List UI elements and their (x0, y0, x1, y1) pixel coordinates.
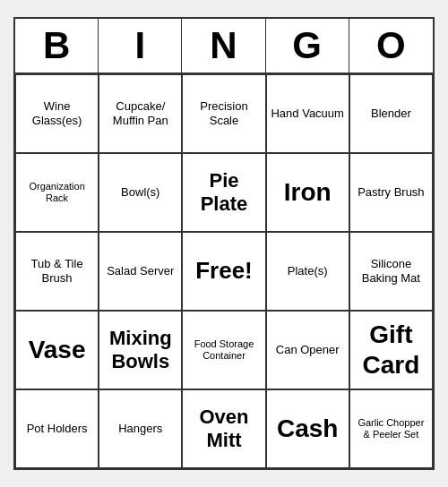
bingo-cell-10: Tub & Tile Brush (15, 232, 99, 311)
bingo-cell-5: Organization Rack (15, 153, 99, 232)
bingo-cell-4: Blender (349, 74, 433, 153)
bingo-letter-o: O (349, 19, 433, 73)
bingo-cell-8: Iron (266, 153, 349, 232)
bingo-cell-19: Gift Card (349, 311, 433, 389)
bingo-cell-15: Vase (15, 311, 99, 389)
bingo-cell-16: Mixing Bowls (99, 311, 182, 389)
bingo-cell-1: Cupcake/ Muffin Pan (99, 74, 182, 153)
bingo-card: BINGO Wine Glass(es)Cupcake/ Muffin PanP… (13, 17, 435, 470)
bingo-cell-3: Hand Vacuum (266, 74, 349, 153)
bingo-cell-20: Pot Holders (15, 389, 99, 468)
bingo-cell-21: Hangers (99, 389, 182, 468)
bingo-cell-2: Precision Scale (182, 74, 265, 153)
bingo-cell-24: Garlic Chopper & Peeler Set (349, 389, 433, 468)
bingo-cell-11: Salad Server (99, 232, 182, 311)
bingo-cell-17: Food Storage Container (182, 311, 265, 389)
bingo-letter-i: I (99, 19, 182, 73)
bingo-cell-14: Silicone Baking Mat (349, 232, 433, 311)
bingo-letter-b: B (15, 19, 99, 73)
bingo-header: BINGO (15, 19, 433, 74)
bingo-grid: Wine Glass(es)Cupcake/ Muffin PanPrecisi… (15, 74, 433, 468)
bingo-cell-13: Plate(s) (266, 232, 349, 311)
bingo-cell-18: Can Opener (266, 311, 349, 389)
bingo-cell-6: Bowl(s) (99, 153, 182, 232)
bingo-letter-g: G (266, 19, 349, 73)
bingo-cell-12: Free! (182, 232, 265, 311)
bingo-letter-n: N (182, 19, 265, 73)
bingo-cell-0: Wine Glass(es) (15, 74, 99, 153)
bingo-cell-22: Oven Mitt (182, 389, 265, 468)
bingo-cell-23: Cash (266, 389, 349, 468)
bingo-cell-9: Pastry Brush (349, 153, 433, 232)
bingo-cell-7: Pie Plate (182, 153, 265, 232)
